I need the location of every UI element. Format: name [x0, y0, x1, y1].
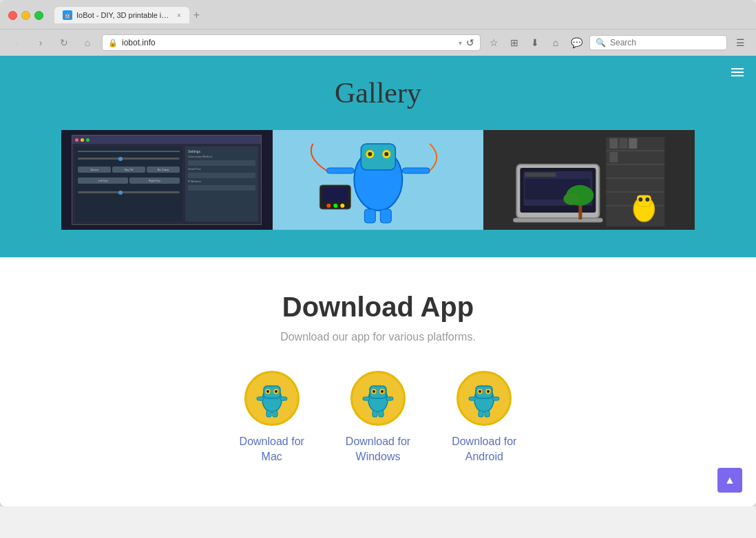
- svg-rect-32: [514, 218, 603, 222]
- svg-rect-26: [610, 152, 618, 162]
- svg-rect-25: [629, 138, 638, 149]
- svg-rect-61: [379, 411, 384, 417]
- page-content: Gallery: [0, 56, 756, 506]
- svg-rect-9: [364, 209, 375, 223]
- scroll-to-top-button[interactable]: ▲: [717, 468, 742, 493]
- chat-icon[interactable]: 💬: [569, 35, 584, 50]
- svg-rect-48: [280, 397, 287, 400]
- toolbar-icons: ☆ ⊞ ⬇ ⌂ 💬: [486, 35, 584, 50]
- svg-rect-69: [469, 397, 476, 400]
- search-input[interactable]: [610, 38, 720, 47]
- svg-point-68: [487, 390, 490, 393]
- traffic-lights: [8, 11, 43, 20]
- menu-icon: [731, 68, 744, 76]
- svg-rect-49: [266, 411, 271, 417]
- download-icon[interactable]: ⬇: [527, 35, 543, 50]
- svg-point-39: [564, 193, 580, 205]
- gallery-image-3[interactable]: [483, 130, 695, 230]
- gallery-section: Gallery: [0, 56, 756, 257]
- gallery-image-1[interactable]: Dance Say 'Hi' Be Crazy Left Eye Right E…: [61, 130, 273, 230]
- download-subtitle: Download our app for various platforms.: [14, 331, 742, 343]
- hamburger-menu-button[interactable]: [726, 63, 749, 82]
- new-tab-button[interactable]: +: [193, 9, 200, 21]
- svg-point-36: [646, 197, 650, 202]
- svg-rect-60: [372, 411, 377, 417]
- scroll-top-arrow-icon: ▲: [724, 475, 735, 486]
- download-windows-label: Download for Windows: [346, 434, 410, 465]
- menu-icon[interactable]: ☰: [733, 35, 748, 50]
- tab-label: IoBot - DIY, 3D printable int...: [76, 11, 173, 19]
- download-windows-button[interactable]: Download for Windows: [346, 371, 410, 465]
- download-options: Download for Mac: [14, 371, 742, 465]
- download-mac-icon: [244, 371, 300, 426]
- svg-rect-47: [257, 397, 264, 400]
- svg-rect-10: [380, 209, 391, 223]
- svg-point-46: [275, 390, 277, 393]
- download-android-label: Download for Android: [452, 434, 516, 465]
- download-mac-label: Download for Mac: [240, 434, 304, 465]
- svg-rect-12: [323, 188, 347, 202]
- svg-rect-2: [361, 144, 395, 170]
- tab-close-button[interactable]: ×: [177, 12, 181, 19]
- svg-point-57: [381, 390, 384, 393]
- refresh-button[interactable]: ↻: [55, 34, 73, 52]
- download-title: Download App: [14, 292, 742, 323]
- svg-point-14: [333, 204, 337, 208]
- svg-rect-8: [402, 168, 430, 173]
- svg-rect-70: [492, 397, 499, 400]
- download-windows-icon: [350, 371, 406, 426]
- svg-point-35: [639, 197, 643, 202]
- svg-rect-24: [620, 138, 628, 149]
- browser-window: 🤖 IoBot - DIY, 3D printable int... × + ‹…: [0, 0, 756, 506]
- address-bar-container: 🔒 ▾ ↺: [102, 34, 481, 51]
- svg-rect-58: [363, 397, 370, 400]
- reader-icon[interactable]: ⊞: [507, 35, 522, 50]
- close-button[interactable]: [8, 11, 17, 20]
- download-section: Download App Download our app for variou…: [0, 257, 756, 506]
- svg-rect-71: [479, 411, 483, 417]
- svg-point-13: [326, 204, 330, 208]
- svg-point-4: [368, 152, 372, 156]
- tab-bar: 🤖 IoBot - DIY, 3D printable int... × +: [54, 7, 748, 23]
- svg-point-66: [479, 390, 481, 393]
- svg-point-55: [372, 390, 375, 393]
- download-mac-button[interactable]: Download for Mac: [240, 371, 304, 465]
- forward-button[interactable]: ›: [32, 34, 50, 52]
- svg-rect-50: [273, 411, 277, 417]
- svg-point-15: [340, 204, 344, 208]
- svg-rect-72: [485, 411, 490, 417]
- gallery-title: Gallery: [14, 76, 742, 109]
- svg-rect-30: [525, 173, 556, 177]
- back-button[interactable]: ‹: [8, 34, 26, 52]
- search-icon: 🔍: [596, 38, 606, 47]
- address-refresh-icon[interactable]: ↺: [466, 37, 474, 48]
- browser-titlebar: 🤖 IoBot - DIY, 3D printable int... × +: [0, 0, 756, 29]
- home-button[interactable]: ⌂: [78, 34, 96, 52]
- download-android-icon: [456, 371, 512, 426]
- tab-favicon: 🤖: [63, 10, 72, 20]
- address-icon: 🔒: [108, 39, 118, 47]
- maximize-button[interactable]: [34, 11, 43, 20]
- gallery-images: Dance Say 'Hi' Be Crazy Left Eye Right E…: [61, 130, 695, 230]
- address-input[interactable]: [122, 38, 454, 47]
- gallery-image-2[interactable]: [273, 130, 484, 230]
- svg-rect-23: [610, 138, 618, 149]
- home-toolbar-icon[interactable]: ⌂: [548, 35, 563, 50]
- svg-point-6: [384, 152, 388, 156]
- svg-rect-59: [386, 397, 393, 400]
- browser-toolbar: ‹ › ↻ ⌂ 🔒 ▾ ↺ ☆ ⊞ ⬇ ⌂ 💬 🔍 ☰: [0, 29, 756, 56]
- address-dropdown-icon[interactable]: ▾: [459, 39, 462, 47]
- download-android-button[interactable]: Download for Android: [452, 371, 516, 465]
- svg-rect-7: [326, 168, 354, 173]
- minimize-button[interactable]: [21, 11, 30, 20]
- active-tab[interactable]: 🤖 IoBot - DIY, 3D printable int... ×: [54, 7, 189, 23]
- bookmark-icon[interactable]: ☆: [486, 35, 501, 50]
- search-bar-container: 🔍: [589, 35, 727, 50]
- svg-point-44: [266, 390, 269, 393]
